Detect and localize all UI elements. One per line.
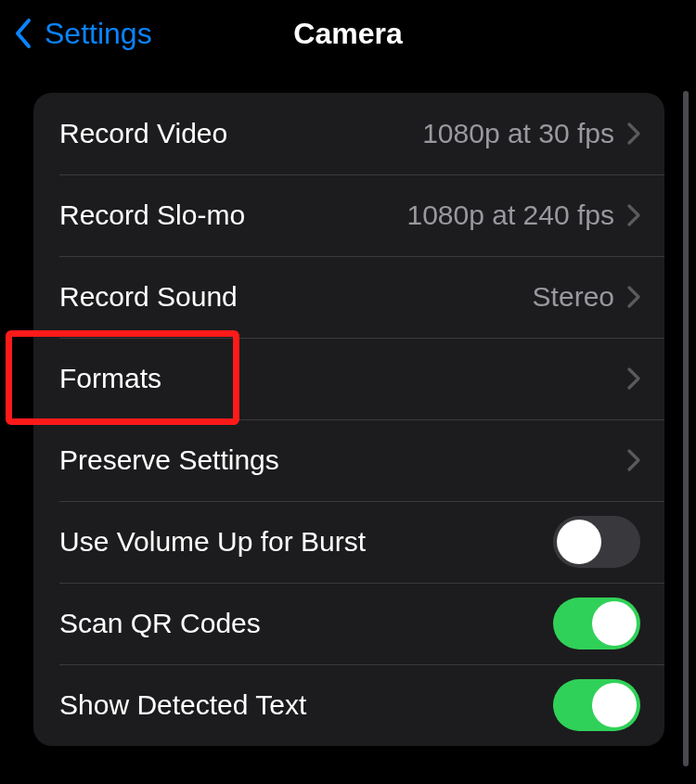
toggle-scan-qr-codes[interactable] [553, 598, 640, 649]
row-preserve-settings[interactable]: Preserve Settings [33, 419, 664, 501]
chevron-left-icon [13, 17, 33, 50]
toggle-show-detected-text[interactable] [553, 679, 640, 731]
navigation-bar: Settings Camera [0, 0, 696, 67]
row-value: 1080p at 30 fps [422, 118, 614, 149]
row-label: Record Sound [59, 281, 238, 313]
chevron-right-icon [627, 286, 640, 308]
chevron-right-icon [627, 122, 640, 145]
row-record-slomo[interactable]: Record Slo-mo 1080p at 240 fps [33, 174, 664, 256]
scrollbar[interactable] [683, 91, 689, 766]
row-label: Preserve Settings [59, 444, 279, 476]
settings-group: Record Video 1080p at 30 fps Record Slo-… [33, 93, 664, 746]
row-label: Use Volume Up for Burst [59, 526, 366, 558]
chevron-right-icon [627, 449, 640, 471]
row-record-video[interactable]: Record Video 1080p at 30 fps [33, 93, 664, 174]
row-record-sound[interactable]: Record Sound Stereo [33, 256, 664, 338]
row-label: Formats [59, 363, 161, 394]
row-formats[interactable]: Formats [33, 338, 664, 419]
row-scan-qr-codes: Scan QR Codes [33, 583, 664, 664]
back-label: Settings [45, 17, 152, 51]
chevron-right-icon [627, 367, 640, 390]
row-label: Show Detected Text [59, 689, 306, 721]
chevron-right-icon [627, 204, 640, 226]
row-volume-up-burst: Use Volume Up for Burst [33, 501, 664, 583]
row-label: Record Video [59, 118, 227, 149]
row-value: Stereo [533, 281, 614, 313]
row-label: Record Slo-mo [59, 199, 245, 231]
row-label: Scan QR Codes [59, 608, 261, 639]
back-button[interactable]: Settings [13, 0, 152, 67]
page-title: Camera [293, 17, 402, 51]
row-value: 1080p at 240 fps [406, 199, 614, 231]
row-show-detected-text: Show Detected Text [33, 664, 664, 746]
toggle-volume-up-burst[interactable] [553, 516, 640, 568]
